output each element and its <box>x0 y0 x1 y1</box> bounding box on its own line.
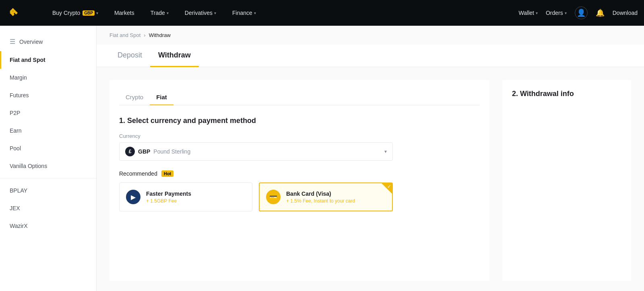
currency-label: Currency <box>119 133 480 139</box>
nav-markets[interactable]: Markets <box>111 0 138 26</box>
tabs-bar: Deposit Withdraw <box>97 45 644 67</box>
orders-chevron: ▾ <box>565 11 567 15</box>
section2-title: 2. Withdrawal info <box>512 90 621 98</box>
checkmark-icon: ✓ <box>387 184 391 189</box>
section1-title: 1. Select currency and payment method <box>119 117 480 125</box>
user-avatar[interactable]: 👤 <box>575 6 588 19</box>
orders-button[interactable]: Orders ▾ <box>546 10 567 16</box>
hot-badge: Hot <box>161 170 173 177</box>
bank-card-fee: + 1.5% Fee, Instant to your card <box>286 198 355 204</box>
app-grid-icon[interactable] <box>32 12 39 14</box>
currency-code: GBP <box>138 148 150 155</box>
download-button[interactable]: Download <box>613 10 638 16</box>
payment-card-bank-card-visa[interactable]: ✓ 💳 Bank Card (Visa) + 1.5% Fee, Instant… <box>259 182 393 211</box>
notification-bell-icon[interactable]: 🔔 <box>596 8 605 17</box>
recommended-label: Recommended <box>119 170 157 177</box>
breadcrumb-parent[interactable]: Fiat and Spot <box>109 32 140 38</box>
currency-select-chevron-icon: ▾ <box>384 149 387 154</box>
faster-payments-info: Faster Payments + 1.5GBP Fee <box>146 191 191 204</box>
selected-check-indicator: ✓ <box>381 183 392 194</box>
page-layout: ☰ Overview Fiat and Spot Margin Futures … <box>0 26 644 291</box>
gbp-badge: GBP <box>83 10 95 16</box>
sidebar-item-p2p[interactable]: P2P <box>0 104 96 122</box>
trade-chevron: ▾ <box>167 11 169 15</box>
recommended-row: Recommended Hot <box>119 170 480 177</box>
nav-buy-crypto[interactable]: Buy Crypto GBP ▾ <box>49 0 101 26</box>
nav-finance[interactable]: Finance ▾ <box>229 0 259 26</box>
logo[interactable] <box>6 6 19 19</box>
sidebar-item-vanilla-options[interactable]: Vanilla Options <box>0 157 96 175</box>
nav-derivatives[interactable]: Derivatives ▾ <box>182 0 219 26</box>
faster-payments-fee: + 1.5GBP Fee <box>146 198 191 204</box>
sidebar-item-futures[interactable]: Futures <box>0 86 96 104</box>
bank-card-info: Bank Card (Visa) + 1.5% Fee, Instant to … <box>286 191 355 204</box>
currency-name: Pound Sterling <box>153 148 384 155</box>
nav-trade[interactable]: Trade ▾ <box>147 0 172 26</box>
top-navigation: Buy Crypto GBP ▾ Markets Trade ▾ Derivat… <box>0 0 644 26</box>
tab-deposit[interactable]: Deposit <box>109 45 150 67</box>
bank-card-name: Bank Card (Visa) <box>286 191 355 197</box>
binance-logo-icon <box>6 6 19 19</box>
content-area: Crypto Fiat 1. Select currency and payme… <box>97 67 644 291</box>
tab-withdraw[interactable]: Withdraw <box>150 45 199 67</box>
sidebar-item-bplay[interactable]: BPLAY <box>0 182 96 199</box>
right-panel: 2. Withdrawal info <box>502 80 631 281</box>
faster-payments-chevron-icon: ▶ <box>131 193 136 201</box>
nav-right-area: Wallet ▾ Orders ▾ 👤 🔔 Download <box>519 6 638 19</box>
breadcrumb-separator: › <box>144 32 145 38</box>
faster-payments-name: Faster Payments <box>146 191 191 197</box>
withdraw-panel: Crypto Fiat 1. Select currency and payme… <box>109 80 489 281</box>
wallet-chevron: ▾ <box>536 11 538 15</box>
bank-card-symbol-icon: 💳 <box>269 193 277 201</box>
overview-icon: ☰ <box>10 38 15 45</box>
breadcrumb-current: Withdraw <box>149 32 171 38</box>
currency-symbol-badge: £ <box>125 147 135 156</box>
sidebar-item-overview[interactable]: ☰ Overview <box>0 32 96 51</box>
wallet-button[interactable]: Wallet ▾ <box>519 10 538 16</box>
payment-card-faster-payments[interactable]: ▶ Faster Payments + 1.5GBP Fee <box>119 182 252 211</box>
derivatives-chevron: ▾ <box>214 11 216 15</box>
faster-payments-icon: ▶ <box>126 190 140 204</box>
sidebar-divider <box>0 178 96 178</box>
sidebar-item-fiat-and-spot[interactable]: Fiat and Spot <box>0 51 96 69</box>
buy-crypto-chevron: ▾ <box>96 11 98 15</box>
currency-select[interactable]: £ GBP Pound Sterling ▾ <box>119 142 393 161</box>
breadcrumb: Fiat and Spot › Withdraw <box>97 26 644 45</box>
sub-tabs: Crypto Fiat <box>119 90 480 105</box>
sidebar-item-wazirx[interactable]: WazirX <box>0 217 96 235</box>
bank-card-icon: 💳 <box>266 190 281 204</box>
sidebar-item-pool[interactable]: Pool <box>0 139 96 157</box>
main-content: Fiat and Spot › Withdraw Deposit Withdra… <box>97 26 644 291</box>
avatar-icon: 👤 <box>577 8 586 17</box>
sidebar-item-margin[interactable]: Margin <box>0 69 96 86</box>
sub-tab-crypto[interactable]: Crypto <box>119 90 150 105</box>
sidebar-item-jex[interactable]: JEX <box>0 199 96 217</box>
sidebar-item-earn[interactable]: Earn <box>0 122 96 139</box>
finance-chevron: ▾ <box>254 11 256 15</box>
sidebar: ☰ Overview Fiat and Spot Margin Futures … <box>0 26 97 291</box>
sub-tab-fiat[interactable]: Fiat <box>150 90 173 105</box>
payment-cards: ▶ Faster Payments + 1.5GBP Fee ✓ <box>119 182 393 211</box>
